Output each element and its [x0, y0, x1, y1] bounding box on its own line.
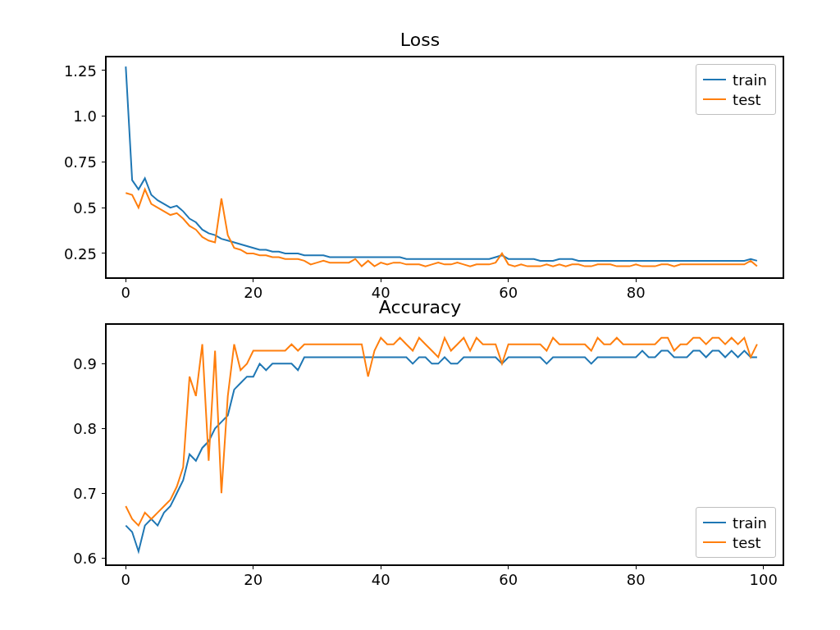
x-tick-label: 80 [627, 571, 646, 588]
x-tick-mark [636, 277, 637, 282]
loss-legend: train test [696, 64, 776, 115]
x-tick-label: 80 [627, 284, 646, 301]
x-tick-mark [126, 277, 126, 282]
x-tick-mark [763, 564, 764, 569]
y-tick-label: 0.7 [73, 485, 97, 502]
legend-row-test: test [703, 89, 767, 109]
y-tick-mark [102, 253, 107, 253]
y-tick-label: 0.25 [64, 244, 97, 262]
loss-plot [107, 57, 786, 281]
accuracy-plot [107, 325, 786, 568]
x-tick-label: 100 [749, 571, 777, 588]
x-tick-label: 20 [244, 571, 262, 588]
legend-label-test: test [733, 91, 761, 108]
accuracy-title: Accuracy [379, 297, 461, 317]
y-tick-label: 0.9 [73, 355, 97, 372]
legend-row-test: test [703, 532, 767, 552]
y-tick-mark [102, 558, 107, 559]
accuracy-legend: train test [696, 507, 776, 558]
x-tick-label: 60 [499, 571, 518, 588]
y-tick-mark [102, 70, 107, 71]
legend-label-train: train [733, 71, 767, 89]
y-tick-label: 0.75 [64, 153, 97, 171]
y-tick-mark [102, 116, 107, 116]
x-tick-mark [126, 564, 126, 569]
legend-swatch-test [703, 98, 726, 100]
loss-title: Loss [400, 30, 440, 50]
x-tick-mark [253, 564, 253, 569]
loss-axes: train test 0204060800.250.50.751.01.25 [105, 56, 784, 279]
accuracy-train-line [126, 351, 757, 552]
x-tick-mark [636, 564, 637, 569]
y-tick-mark [102, 363, 107, 364]
legend-swatch-train [703, 522, 726, 523]
accuracy-axes: train test 0204060801000.60.70.80.9 [105, 323, 784, 566]
x-tick-mark [508, 277, 509, 282]
accuracy-test-line [126, 338, 757, 526]
x-tick-mark [253, 277, 253, 282]
legend-row-train: train [703, 70, 767, 89]
x-tick-label: 20 [244, 284, 262, 301]
x-tick-mark [508, 564, 509, 569]
legend-label-test: test [733, 534, 761, 551]
legend-swatch-train [703, 79, 726, 80]
loss-train-line [126, 66, 757, 261]
x-tick-label: 0 [121, 284, 130, 301]
figure: Loss train test 0204060800.250.50.751.01… [0, 0, 840, 630]
x-tick-label: 0 [121, 571, 130, 588]
y-tick-label: 0.8 [73, 420, 97, 437]
x-tick-mark [381, 564, 381, 569]
loss-test-line [126, 189, 757, 267]
x-tick-mark [381, 277, 381, 282]
y-tick-mark [102, 208, 107, 208]
y-tick-label: 1.0 [73, 107, 97, 125]
y-tick-label: 1.25 [64, 62, 97, 79]
y-tick-mark [102, 493, 107, 494]
y-tick-mark [102, 162, 107, 162]
legend-label-train: train [733, 514, 767, 532]
y-tick-mark [102, 428, 107, 429]
y-tick-label: 0.6 [73, 550, 97, 567]
legend-swatch-test [703, 541, 726, 543]
y-tick-label: 0.5 [73, 199, 97, 217]
x-tick-label: 60 [499, 284, 518, 301]
x-tick-label: 40 [372, 571, 390, 588]
legend-row-train: train [703, 513, 767, 532]
